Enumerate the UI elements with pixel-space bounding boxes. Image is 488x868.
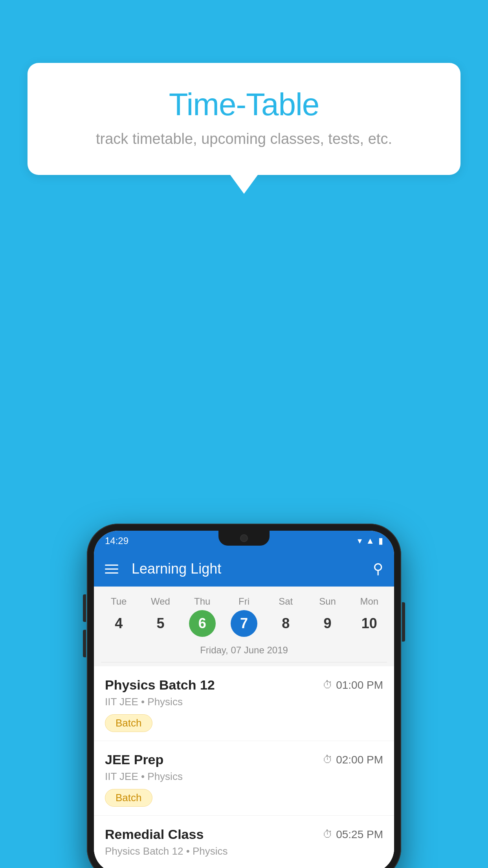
calendar-day-10[interactable]: Mon10 [352, 596, 387, 637]
batch-badge: Batch [105, 714, 152, 732]
calendar-day-4[interactable]: Tue4 [101, 596, 136, 637]
phone-device: 14:29 ▾ ▲ ▮ Learning Light ⚲ [87, 524, 401, 868]
day-number-label: 10 [356, 610, 383, 637]
phone-screen: 14:29 ▾ ▲ ▮ Learning Light ⚲ [94, 531, 394, 868]
status-icons: ▾ ▲ ▮ [358, 536, 383, 546]
class-time: ⏱01:00 PM [323, 679, 383, 691]
content-area: Physics Batch 12⏱01:00 PMIIT JEE • Physi… [94, 666, 394, 868]
clock-icon: ⏱ [323, 679, 333, 691]
class-time: ⏱02:00 PM [323, 754, 383, 766]
day-name-label: Thu [194, 596, 210, 607]
bubble-subtitle: track timetable, upcoming classes, tests… [51, 131, 437, 147]
calendar-day-row: Tue4Wed5Thu6Fri7Sat8Sun9Mon10 [94, 596, 394, 637]
time-text: 05:25 PM [336, 828, 383, 841]
day-name-label: Wed [151, 596, 170, 607]
class-name: Physics Batch 12 [105, 677, 215, 693]
selected-date-label: Friday, 07 June 2019 [94, 641, 394, 662]
search-icon[interactable]: ⚲ [373, 561, 383, 577]
class-name: Remedial Class [105, 827, 204, 842]
day-number-label: 5 [147, 610, 174, 637]
camera-dot [240, 534, 248, 542]
power-button[interactable] [402, 602, 405, 642]
battery-icon: ▮ [378, 536, 383, 546]
calendar-day-5[interactable]: Wed5 [143, 596, 178, 637]
app-title: Learning Light [132, 561, 363, 577]
day-name-label: Mon [360, 596, 378, 607]
hamburger-menu-icon[interactable] [105, 565, 118, 574]
clock-icon: ⏱ [323, 828, 333, 840]
bubble-title: Time-Table [51, 86, 437, 123]
class-name: JEE Prep [105, 752, 163, 767]
day-number-label: 6 [189, 610, 216, 637]
calendar-divider [101, 662, 387, 662]
class-item-0[interactable]: Physics Batch 12⏱01:00 PMIIT JEE • Physi… [94, 666, 394, 741]
day-number-label: 8 [272, 610, 299, 637]
signal-icon: ▲ [366, 536, 374, 546]
day-name-label: Tue [111, 596, 127, 607]
class-item-2[interactable]: Remedial Class⏱05:25 PMPhysics Batch 12 … [94, 816, 394, 868]
class-header: Remedial Class⏱05:25 PM [105, 827, 383, 842]
phone-notch [218, 531, 270, 546]
class-meta: Physics Batch 12 • Physics [105, 845, 383, 857]
calendar-day-9[interactable]: Sun9 [310, 596, 345, 637]
volume-up-button[interactable] [83, 594, 86, 622]
class-meta: IIT JEE • Physics [105, 771, 383, 783]
time-text: 02:00 PM [336, 754, 383, 766]
class-time: ⏱05:25 PM [323, 828, 383, 841]
phone-outer: 14:29 ▾ ▲ ▮ Learning Light ⚲ [87, 524, 401, 868]
volume-down-button[interactable] [83, 630, 86, 657]
class-header: JEE Prep⏱02:00 PM [105, 752, 383, 767]
day-name-label: Sat [279, 596, 293, 607]
day-number-label: 4 [105, 610, 132, 637]
calendar-day-6[interactable]: Thu6 [185, 596, 220, 637]
day-name-label: Sun [319, 596, 336, 607]
calendar-day-8[interactable]: Sat8 [268, 596, 303, 637]
calendar-strip: Tue4Wed5Thu6Fri7Sat8Sun9Mon10 Friday, 07… [94, 587, 394, 666]
batch-badge: Batch [105, 789, 152, 807]
time-text: 01:00 PM [336, 679, 383, 691]
wifi-icon: ▾ [358, 536, 362, 546]
day-name-label: Fri [238, 596, 250, 607]
clock-icon: ⏱ [323, 754, 333, 766]
status-time: 14:29 [105, 535, 128, 546]
class-item-1[interactable]: JEE Prep⏱02:00 PMIIT JEE • PhysicsBatch [94, 741, 394, 816]
day-number-label: 7 [231, 610, 257, 637]
day-number-label: 9 [314, 610, 341, 637]
speech-bubble: Time-Table track timetable, upcoming cla… [28, 63, 460, 175]
class-meta: IIT JEE • Physics [105, 696, 383, 708]
class-header: Physics Batch 12⏱01:00 PM [105, 677, 383, 693]
calendar-day-7[interactable]: Fri7 [226, 596, 262, 637]
app-bar: Learning Light ⚲ [94, 551, 394, 587]
